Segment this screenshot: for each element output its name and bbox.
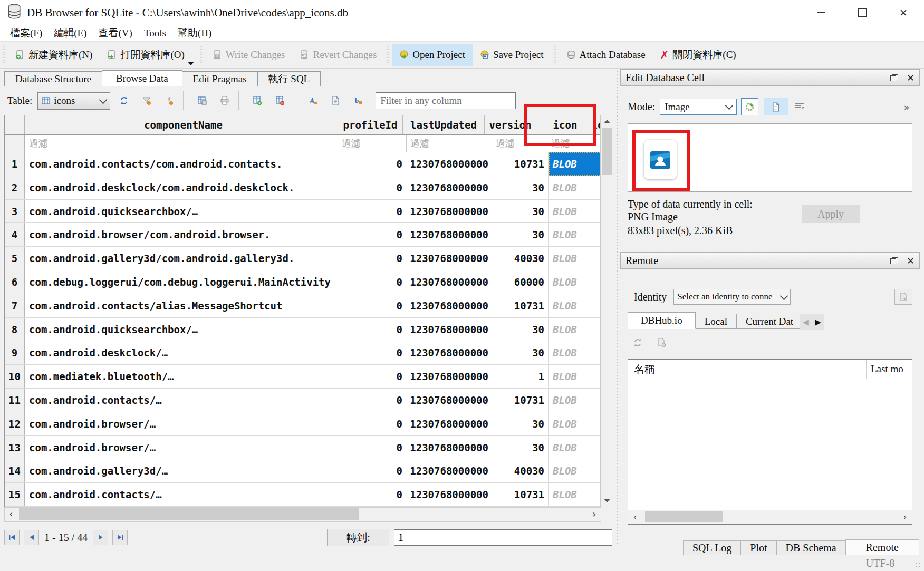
cell-icon-blob[interactable]: BLOB <box>549 152 600 176</box>
row-number[interactable]: 4 <box>5 223 25 246</box>
cell-icon-blob[interactable]: BLOB <box>549 294 600 317</box>
tab-plot[interactable]: Plot <box>740 540 776 555</box>
cell-componentName[interactable]: com.android.quicksearchbox/… <box>25 200 338 223</box>
cell-componentName[interactable]: com.android.gallery3d/com.android.galler… <box>25 247 338 270</box>
remote-tab-local[interactable]: Local <box>695 314 737 329</box>
cell-icon-blob[interactable]: BLOB <box>549 247 600 270</box>
cell-version[interactable]: 60000 <box>493 270 549 294</box>
column-header-componentName[interactable]: componentName <box>25 115 338 134</box>
vertical-scrollbar[interactable] <box>600 115 613 507</box>
row-number[interactable]: 8 <box>5 318 25 341</box>
cell-version[interactable]: 10731 <box>493 294 549 317</box>
minimize-button[interactable] <box>801 0 842 25</box>
menu-view[interactable]: 查看(V) <box>93 26 138 40</box>
print-button[interactable] <box>216 92 234 110</box>
cell-lastUpdated[interactable]: 1230768000000 <box>407 483 493 506</box>
cell-componentName[interactable]: com.android.deskclock/… <box>25 341 338 364</box>
refresh-button[interactable] <box>115 92 133 110</box>
cell-icon-blob[interactable]: BLOB <box>549 341 600 364</box>
column-header-lastUpdated[interactable]: lastUpdated <box>403 115 485 134</box>
cell-icon-blob[interactable]: BLOB <box>549 389 600 412</box>
close-button[interactable]: ✕ <box>883 0 924 25</box>
horizontal-scrollbar-thumb[interactable] <box>19 508 359 520</box>
row-number[interactable]: 11 <box>5 389 25 412</box>
cell-componentName[interactable]: com.android.contacts/… <box>25 483 338 506</box>
cell-icon-blob[interactable]: BLOB <box>549 365 600 388</box>
cell-icon-blob[interactable]: BLOB <box>549 270 600 294</box>
toolbar-drag-handle[interactable] <box>2 45 6 65</box>
vertical-scrollbar-thumb[interactable] <box>602 128 612 175</box>
column-header-profileId[interactable]: profileId <box>338 115 403 134</box>
toolbar-overflow-button[interactable]: » <box>904 101 910 113</box>
cell-icon-blob[interactable]: BLOB <box>549 483 600 506</box>
import-data-button[interactable] <box>741 98 758 115</box>
filter-cell-componentName[interactable]: 過濾 <box>25 135 338 152</box>
cell-icon-blob[interactable]: BLOB <box>549 223 600 246</box>
cell-componentName[interactable]: com.android.browser/… <box>25 412 338 435</box>
cell-componentName[interactable]: com.mediatek.bluetooth/… <box>25 365 338 388</box>
cell-lastUpdated[interactable]: 1230768000000 <box>407 389 493 412</box>
encoding-status[interactable]: UTF-8 <box>856 557 904 569</box>
cell-lastUpdated[interactable]: 1230768000000 <box>407 341 493 364</box>
open-database-button[interactable]: 打開資料庫(O) <box>100 44 191 66</box>
cell-version[interactable]: 30 <box>493 341 549 364</box>
close-database-button[interactable]: ✗ 關閉資料庫(C) <box>653 44 744 66</box>
filter-any-column-input[interactable] <box>376 92 516 109</box>
panel-close-icon[interactable]: ✕ <box>907 255 915 266</box>
row-number[interactable]: 12 <box>5 412 25 435</box>
cell-componentName[interactable]: com.android.contacts/alias.MessageShortc… <box>25 294 338 317</box>
cell-lastUpdated[interactable]: 1230768000000 <box>407 176 493 199</box>
cell-lastUpdated[interactable]: 1230768000000 <box>407 318 493 341</box>
cell-version[interactable]: 10731 <box>493 152 549 176</box>
cell-lastUpdated[interactable]: 1230768000000 <box>407 436 493 459</box>
remote-list-scrollbar[interactable]: ‹ › <box>628 510 912 524</box>
cell-lastUpdated[interactable]: 1230768000000 <box>407 247 493 270</box>
cell-lastUpdated[interactable]: 1230768000000 <box>407 270 493 294</box>
open-database-dropdown-arrow[interactable] <box>188 62 194 65</box>
cell-version[interactable]: 30 <box>493 176 549 199</box>
tab-scroll-left-button[interactable]: ◀ <box>800 314 812 330</box>
save-project-button[interactable]: Save Project <box>473 44 551 66</box>
cell-version[interactable]: 30 <box>493 412 549 435</box>
row-number[interactable]: 2 <box>5 176 25 199</box>
identity-select[interactable]: Select an identity to conne <box>673 289 791 305</box>
cell-lastUpdated[interactable]: 1230768000000 <box>407 294 493 317</box>
cell-profileId[interactable]: 0 <box>338 341 407 364</box>
cell-profileId[interactable]: 0 <box>338 223 407 246</box>
resize-grip[interactable] <box>915 562 921 568</box>
remote-clone-button[interactable] <box>657 338 667 350</box>
filter-cell-profileId[interactable]: 過濾 <box>338 135 407 152</box>
cell-lastUpdated[interactable]: 1230768000000 <box>407 200 493 223</box>
remote-refresh-button[interactable] <box>633 338 642 350</box>
cell-version[interactable]: 30 <box>493 318 549 341</box>
cell-componentName[interactable]: com.android.contacts/com.android.contact… <box>25 152 338 176</box>
remote-list-column-name[interactable]: 名稱 <box>628 362 866 376</box>
undock-icon[interactable] <box>890 257 898 264</box>
menu-help[interactable]: 幫助(H) <box>172 26 217 40</box>
cell-componentName[interactable]: com.android.deskclock/com.android.deskcl… <box>25 176 338 199</box>
remote-list-body[interactable] <box>628 379 912 510</box>
cell-lastUpdated[interactable]: 1230768000000 <box>407 365 493 388</box>
cell-version[interactable]: 10731 <box>493 483 549 506</box>
cell-icon-blob[interactable]: BLOB <box>549 412 600 435</box>
cell-version[interactable]: 10731 <box>493 389 549 412</box>
row-number[interactable]: 3 <box>5 200 25 223</box>
new-database-button[interactable]: 新建資料庫(N) <box>8 44 100 66</box>
cell-version[interactable]: 30 <box>493 200 549 223</box>
cell-profileId[interactable]: 0 <box>338 270 407 294</box>
cell-profileId[interactable]: 0 <box>338 436 407 459</box>
cell-componentName[interactable]: com.debug.loggerui/com.debug.loggerui.Ma… <box>25 270 338 294</box>
cell-profileId[interactable]: 0 <box>338 412 407 435</box>
menu-tools[interactable]: Tools <box>138 27 172 39</box>
undock-icon[interactable] <box>890 74 898 81</box>
tab-scroll-right-button[interactable]: ▶ <box>812 314 824 330</box>
upload-database-button[interactable] <box>894 289 912 305</box>
maximize-button[interactable] <box>842 0 883 25</box>
font-button[interactable]: A <box>304 92 322 110</box>
encoding-button[interactable] <box>326 92 344 110</box>
delete-record-button[interactable] <box>271 92 289 110</box>
row-number[interactable]: 6 <box>5 270 25 294</box>
cell-componentName[interactable]: com.android.browser/… <box>25 436 338 459</box>
cell-lastUpdated[interactable]: 1230768000000 <box>407 459 493 482</box>
cell-version[interactable]: 30 <box>493 223 549 246</box>
